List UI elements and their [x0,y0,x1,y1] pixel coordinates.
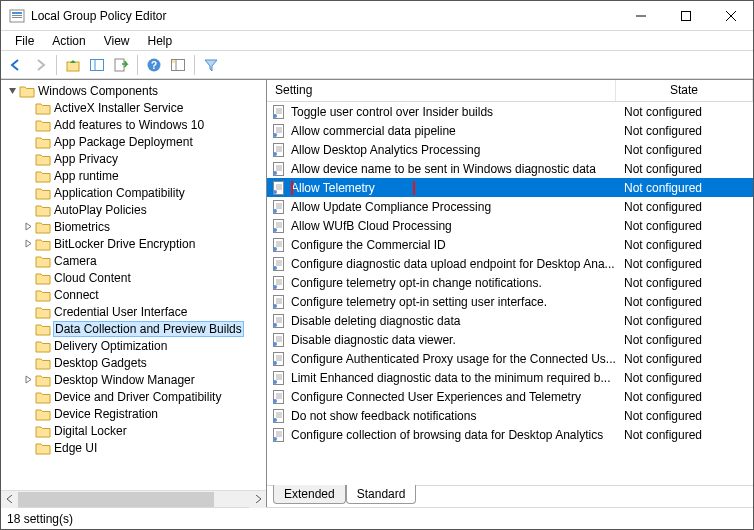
forward-button[interactable] [29,54,51,76]
svg-point-76 [273,323,277,327]
tree-label: AutoPlay Policies [54,203,147,217]
setting-name: Configure the Commercial ID [291,238,618,252]
tree-item[interactable]: App runtime [1,167,266,184]
list-row[interactable]: Limit Enhanced diagnostic data to the mi… [267,368,753,387]
setting-state: Not configured [618,238,753,252]
minimize-button[interactable] [618,1,663,31]
up-button[interactable] [62,54,84,76]
back-button[interactable] [5,54,27,76]
list-row[interactable]: Disable deleting diagnostic dataNot conf… [267,311,753,330]
h-scrollbar[interactable] [1,490,266,507]
svg-point-31 [273,152,277,156]
list-row[interactable]: Allow TelemetryNot configured [267,178,753,197]
tree-item[interactable]: Connect [1,286,266,303]
help-button[interactable]: ? [143,54,165,76]
list-row[interactable]: Configure Authenticated Proxy usage for … [267,349,753,368]
tree-item[interactable]: Credential User Interface [1,303,266,320]
tree-item[interactable]: Edge UI [1,439,266,456]
setting-state: Not configured [618,105,753,119]
export-button[interactable] [110,54,132,76]
tree-item[interactable]: Add features to Windows 10 [1,116,266,133]
column-header-setting[interactable]: Setting [267,80,616,101]
tree-item[interactable]: Delivery Optimization [1,337,266,354]
tab-extended[interactable]: Extended [273,485,346,504]
folder-icon [35,305,51,319]
setting-name: Do not show feedback notifications [291,409,618,423]
filter-button[interactable] [200,54,222,76]
folder-icon [35,169,51,183]
tree-view[interactable]: Windows ComponentsActiveX Installer Serv… [1,80,266,490]
tree-item[interactable]: Desktop Window Manager [1,371,266,388]
svg-point-71 [273,304,277,308]
policy-icon [271,123,287,139]
list-row[interactable]: Allow commercial data pipelineNot config… [267,121,753,140]
scroll-track[interactable] [18,491,249,508]
list-row[interactable]: Configure telemetry opt-in change notifi… [267,273,753,292]
tree-root[interactable]: Windows Components [1,82,266,99]
tree-item[interactable]: Data Collection and Preview Builds [1,320,266,337]
folder-icon [35,152,51,166]
tree-item[interactable]: App Privacy [1,150,266,167]
menu-view[interactable]: View [96,33,138,49]
maximize-button[interactable] [663,1,708,31]
folder-icon [35,339,51,353]
setting-state: Not configured [618,352,753,366]
tree-item[interactable]: Desktop Gadgets [1,354,266,371]
tree-item[interactable]: BitLocker Drive Encryption [1,235,266,252]
folder-icon [35,407,51,421]
list-row[interactable]: Allow Update Compliance ProcessingNot co… [267,197,753,216]
svg-point-21 [273,114,277,118]
menu-file[interactable]: File [7,33,42,49]
expand-icon[interactable] [21,239,35,248]
collapse-icon[interactable] [5,86,19,95]
folder-icon [35,135,51,149]
list-row[interactable]: Configure telemetry opt-in setting user … [267,292,753,311]
list-row[interactable]: Allow Desktop Analytics ProcessingNot co… [267,140,753,159]
policy-icon [271,389,287,405]
tree-label: App Privacy [54,152,118,166]
tree-item[interactable]: Device and Driver Compatibility [1,388,266,405]
tree-item[interactable]: ActiveX Installer Service [1,99,266,116]
folder-icon [35,101,51,115]
title-bar: Local Group Policy Editor [1,1,753,31]
column-header-state[interactable]: State [616,80,753,101]
tree-item[interactable]: Cloud Content [1,269,266,286]
list-row[interactable]: Toggle user control over Insider buildsN… [267,102,753,121]
list-row[interactable]: Disable diagnostic data viewer.Not confi… [267,330,753,349]
scroll-right-icon[interactable] [249,491,266,508]
expand-icon[interactable] [21,222,35,231]
list-body[interactable]: Toggle user control over Insider buildsN… [267,102,753,481]
tree-item[interactable]: App Package Deployment [1,133,266,150]
list-row[interactable]: Do not show feedback notificationsNot co… [267,406,753,425]
list-row[interactable]: Configure collection of browsing data fo… [267,425,753,444]
setting-name: Allow WUfB Cloud Processing [291,219,618,233]
tab-standard[interactable]: Standard [346,485,417,504]
expand-icon[interactable] [21,375,35,384]
scroll-thumb[interactable] [18,492,214,507]
tree-item[interactable]: Camera [1,252,266,269]
list-row[interactable]: Configure diagnostic data upload endpoin… [267,254,753,273]
list-row[interactable]: Allow device name to be sent in Windows … [267,159,753,178]
policy-icon [271,313,287,329]
menu-action[interactable]: Action [44,33,93,49]
svg-point-86 [273,361,277,365]
policy-icon [271,180,287,196]
tree-label: Credential User Interface [54,305,187,319]
tree-item[interactable]: Digital Locker [1,422,266,439]
list-row[interactable]: Configure the Commercial IDNot configure… [267,235,753,254]
menu-help[interactable]: Help [140,33,181,49]
scroll-left-icon[interactable] [1,491,18,508]
tree-label: BitLocker Drive Encryption [54,237,195,251]
folder-icon [35,322,51,336]
list-row[interactable]: Allow WUfB Cloud ProcessingNot configure… [267,216,753,235]
tree-item[interactable]: Biometrics [1,218,266,235]
setting-name: Toggle user control over Insider builds [291,105,618,119]
close-button[interactable] [708,1,753,31]
tree-label: App runtime [54,169,119,183]
tree-item[interactable]: Application Compatibility [1,184,266,201]
tree-item[interactable]: AutoPlay Policies [1,201,266,218]
tree-item[interactable]: Device Registration [1,405,266,422]
properties-button[interactable] [167,54,189,76]
list-row[interactable]: Configure Connected User Experiences and… [267,387,753,406]
show-hide-tree-button[interactable] [86,54,108,76]
